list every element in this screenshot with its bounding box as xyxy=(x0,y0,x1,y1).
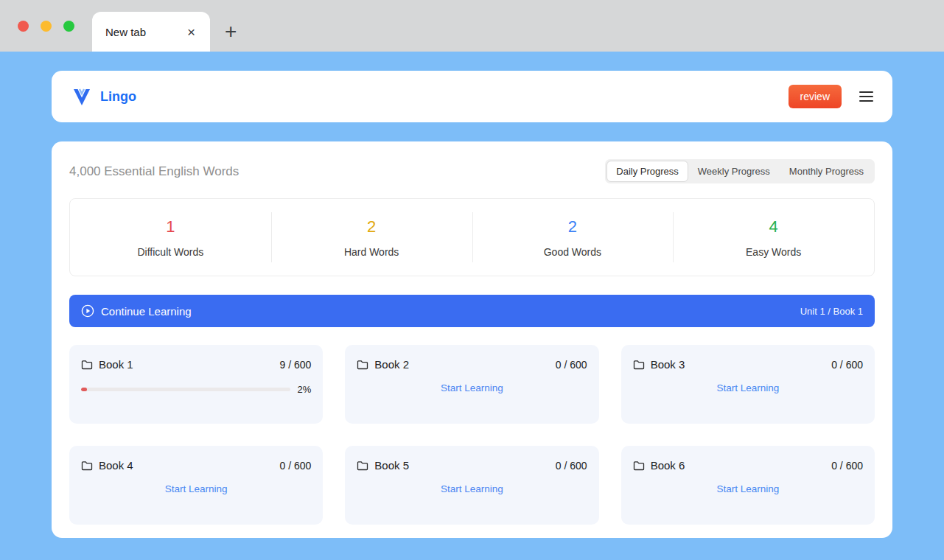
continue-location: Unit 1 / Book 1 xyxy=(800,306,863,317)
play-icon xyxy=(81,304,94,318)
stat-value: 2 xyxy=(568,217,577,237)
book-count: 0 / 600 xyxy=(831,460,863,472)
stat-label: Hard Words xyxy=(344,246,399,258)
header-actions: review xyxy=(789,85,873,108)
stat-good-words: 2 Good Words xyxy=(472,199,674,276)
folder-icon xyxy=(633,461,645,471)
zoom-window-button[interactable] xyxy=(63,21,74,32)
start-learning-link[interactable]: Start Learning xyxy=(357,382,587,393)
browser-tab[interactable]: New tab × xyxy=(92,12,210,52)
tab-weekly-progress[interactable]: Weekly Progress xyxy=(688,161,780,182)
book-count: 0 / 600 xyxy=(556,460,587,472)
tab-title: New tab xyxy=(105,26,146,38)
stat-hard-words: 2 Hard Words xyxy=(271,199,472,276)
progress-percent: 2% xyxy=(298,384,312,395)
folder-icon xyxy=(633,360,645,370)
folder-icon xyxy=(357,360,368,370)
dashboard-card: 4,000 Essential English Words Daily Prog… xyxy=(52,141,892,538)
book-card-1: Book 1 9 / 600 2% xyxy=(69,345,323,424)
stat-difficult-words: 1 Difficult Words xyxy=(70,199,271,276)
lingo-logo-icon xyxy=(71,85,93,108)
progress-tabs: Daily Progress Weekly Progress Monthly P… xyxy=(605,159,875,183)
close-tab-icon[interactable]: × xyxy=(184,24,198,41)
book-title: Book 6 xyxy=(651,459,685,472)
page-title: 4,000 Essential English Words xyxy=(69,164,239,179)
book-card-2: Book 2 0 / 600 Start Learning xyxy=(345,345,598,424)
book-count: 9 / 600 xyxy=(280,359,312,371)
tab-daily-progress[interactable]: Daily Progress xyxy=(606,161,688,182)
progress-bar-track xyxy=(81,388,290,391)
continue-learning-label: Continue Learning xyxy=(101,305,192,318)
books-grid: Book 1 9 / 600 2% xyxy=(69,345,875,525)
folder-icon xyxy=(81,360,93,370)
start-learning-link[interactable]: Start Learning xyxy=(633,483,863,494)
stat-value: 4 xyxy=(769,217,778,237)
word-stats: 1 Difficult Words 2 Hard Words 2 Good Wo… xyxy=(69,198,875,276)
tab-monthly-progress[interactable]: Monthly Progress xyxy=(780,161,873,182)
book-title: Book 4 xyxy=(99,459,133,472)
menu-icon[interactable] xyxy=(859,88,873,105)
brand-name: Lingo xyxy=(100,89,136,105)
new-tab-button[interactable]: + xyxy=(225,12,237,52)
book-card-4: Book 4 0 / 600 Start Learning xyxy=(69,446,323,525)
book-count: 0 / 600 xyxy=(831,359,863,371)
book-count: 0 / 600 xyxy=(280,460,312,472)
stat-label: Easy Words xyxy=(746,246,801,258)
book-title: Book 5 xyxy=(374,459,409,472)
brand[interactable]: Lingo xyxy=(71,85,136,108)
folder-icon xyxy=(81,461,93,471)
minimize-window-button[interactable] xyxy=(41,21,52,32)
stat-label: Good Words xyxy=(544,246,601,258)
start-learning-link[interactable]: Start Learning xyxy=(633,382,863,393)
review-button[interactable]: review xyxy=(789,85,842,108)
window-controls xyxy=(0,0,92,52)
stat-easy-words: 4 Easy Words xyxy=(673,199,874,276)
book-count: 0 / 600 xyxy=(556,359,587,371)
book-title: Book 1 xyxy=(99,358,133,371)
book-card-6: Book 6 0 / 600 Start Learning xyxy=(621,446,875,525)
book-progress-row: 2% xyxy=(81,384,311,395)
browser-chrome: New tab × + xyxy=(0,0,944,52)
start-learning-link[interactable]: Start Learning xyxy=(81,483,311,494)
book-title: Book 2 xyxy=(374,358,409,371)
stat-label: Difficult Words xyxy=(138,246,204,258)
continue-learning-banner[interactable]: Continue Learning Unit 1 / Book 1 xyxy=(69,295,875,327)
close-window-button[interactable] xyxy=(18,21,29,32)
app-header: Lingo review xyxy=(52,71,892,122)
folder-icon xyxy=(357,461,368,471)
book-title: Book 3 xyxy=(651,358,685,371)
stat-value: 1 xyxy=(166,217,175,237)
book-card-5: Book 5 0 / 600 Start Learning xyxy=(345,446,598,525)
page-background: Lingo review 4,000 Essential English Wor… xyxy=(0,52,944,560)
start-learning-link[interactable]: Start Learning xyxy=(357,483,587,494)
title-row: 4,000 Essential English Words Daily Prog… xyxy=(69,159,875,183)
stat-value: 2 xyxy=(367,217,376,237)
progress-bar-fill xyxy=(81,388,87,391)
book-card-3: Book 3 0 / 600 Start Learning xyxy=(621,345,875,424)
